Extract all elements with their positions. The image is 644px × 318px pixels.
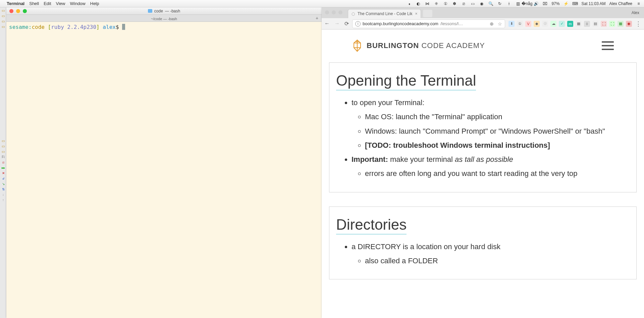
- menubar-item-view[interactable]: View: [56, 1, 65, 6]
- nav-back-icon[interactable]: ←: [324, 20, 330, 27]
- site-info-icon[interactable]: i: [355, 21, 361, 27]
- zoom-icon[interactable]: ⊕: [490, 21, 494, 27]
- folder-icon: ▭: [1, 144, 6, 148]
- airplay-icon[interactable]: ⌧: [542, 1, 548, 6]
- battery-percent[interactable]: 97%: [551, 1, 559, 6]
- notification-center-icon[interactable]: ≡: [636, 1, 641, 6]
- terminal-titlebar[interactable]: code — -bash: [6, 7, 322, 15]
- status-icon[interactable]: ⁜: [434, 1, 439, 6]
- tool-icon: ✕: [1, 171, 6, 175]
- new-tab-button[interactable]: [423, 10, 432, 17]
- terminal-cursor: [122, 24, 125, 30]
- terminal-tab[interactable]: ~/code — -bash: [6, 16, 322, 21]
- tool-icon: Fi: [1, 155, 6, 159]
- browser-tab[interactable]: ◌ The Command Line - Code Lik ×: [348, 9, 421, 18]
- terminal-title-folder: code: [154, 9, 163, 13]
- spotlight-icon[interactable]: 🔍: [488, 1, 493, 6]
- url-host: bootcamp.burlingtoncodeacademy.com: [363, 21, 438, 26]
- chrome-profile[interactable]: Alex: [632, 10, 639, 15]
- chrome-tabstrip: ◌ The Command Line - Code Lik × Alex: [322, 7, 644, 18]
- input-icon[interactable]: ⌨: [572, 1, 578, 6]
- tab-close-icon[interactable]: ×: [415, 11, 417, 16]
- extension-icon[interactable]: m: [567, 21, 573, 27]
- terminal-tabbar: ~/code — -bash +: [6, 15, 322, 22]
- macos-menubar: Terminal Shell Edit View Window Help ⬧ ◐…: [0, 0, 644, 7]
- minimize-button[interactable]: [16, 9, 20, 13]
- prompt-ruby: ruby 2.2.4p230: [51, 24, 96, 30]
- charging-icon: ⚡: [563, 1, 569, 6]
- status-icon[interactable]: ✽: [452, 1, 457, 6]
- nav-forward-icon[interactable]: →: [334, 20, 340, 27]
- prompt-bracket-close: ]: [96, 24, 100, 30]
- tool-icon: ↓: [1, 193, 6, 197]
- extension-icon[interactable]: ◊: [584, 21, 590, 27]
- volume-icon[interactable]: 🔊: [533, 1, 539, 6]
- menubar-username[interactable]: Alex Chaffee: [609, 1, 633, 6]
- extension-icon[interactable]: ◉: [626, 21, 632, 27]
- close-button[interactable]: [325, 10, 329, 14]
- battery-icon[interactable]: ▥: [515, 1, 521, 6]
- status-icon[interactable]: ◉: [479, 1, 484, 6]
- wifi-icon[interactable]: �någ: [524, 1, 530, 6]
- onepassword-icon[interactable]: ①: [443, 1, 448, 6]
- logo-icon: [352, 39, 363, 52]
- bluetooth-icon[interactable]: ᚼ: [506, 1, 512, 6]
- content-card-directories: Directories a DIRECTORY is a location on…: [329, 207, 637, 280]
- status-icon[interactable]: ▭: [470, 1, 475, 6]
- bookmark-star-icon[interactable]: ☆: [498, 21, 502, 27]
- tool-icon: ⇅: [1, 187, 6, 191]
- hamburger-menu-icon[interactable]: [602, 41, 614, 50]
- favicon-icon: ◌: [352, 11, 355, 16]
- status-icon[interactable]: ◐: [416, 1, 421, 6]
- minimize-button[interactable]: [332, 10, 336, 14]
- tool-icon: ↘: [1, 182, 6, 186]
- nav-reload-icon[interactable]: ⟳: [344, 20, 349, 27]
- zoom-button[interactable]: [338, 10, 342, 14]
- tab-title: The Command Line - Code Lik: [358, 11, 412, 16]
- timemachine-icon[interactable]: ↻: [497, 1, 502, 6]
- list-item: [TODO: troubleshoot Windows terminal ins…: [365, 139, 630, 151]
- extension-icon[interactable]: ⛶: [609, 21, 615, 27]
- page-content[interactable]: BURLINGTON CODE ACADEMY Opening the Term…: [322, 30, 644, 318]
- chrome-toolbar: ← → ⟳ i bootcamp.burlingtoncodeacademy.c…: [322, 18, 644, 30]
- address-bar[interactable]: i bootcamp.burlingtoncodeacademy.com/les…: [352, 19, 505, 28]
- list-item: Windows: launch "Command Prompt" or "Win…: [365, 125, 630, 137]
- extension-icon[interactable]: ✓: [559, 21, 565, 27]
- extension-icon[interactable]: ①: [517, 21, 523, 27]
- menubar-app-name[interactable]: Terminal: [7, 1, 24, 6]
- extension-icon[interactable]: ◆: [534, 21, 540, 27]
- folder-icon: ▭: [1, 25, 6, 29]
- extension-icon[interactable]: ▦: [618, 21, 624, 27]
- brand-light: CODE ACADEMY: [419, 41, 485, 50]
- extension-icon[interactable]: V: [525, 21, 531, 27]
- new-tab-button[interactable]: +: [314, 15, 320, 21]
- extension-icon[interactable]: ⛶: [601, 21, 607, 27]
- extension-icon[interactable]: ☁: [550, 21, 556, 27]
- dropbox-icon[interactable]: ⬧: [407, 1, 412, 6]
- menubar-clock[interactable]: Sat 11:03 AM: [581, 1, 605, 6]
- status-icon[interactable]: ⎚: [461, 1, 466, 6]
- content-card-opening-terminal: Opening the Terminal to open your Termin…: [329, 62, 637, 192]
- folder-icon: ▭: [1, 139, 6, 143]
- list-item: a DIRECTORY is a location on your hard d…: [352, 241, 630, 267]
- status-icon[interactable]: ⋈: [425, 1, 430, 6]
- site-brand[interactable]: BURLINGTON CODE ACADEMY: [352, 39, 485, 52]
- url-path: /lessons/l…: [440, 21, 463, 26]
- extension-icon[interactable]: ⬇: [508, 21, 515, 27]
- brand-bold: BURLINGTON: [367, 41, 419, 50]
- extension-icon[interactable]: ▤: [592, 21, 598, 27]
- menubar-item-shell[interactable]: Shell: [29, 1, 39, 6]
- extension-icon[interactable]: ⦾: [542, 21, 548, 27]
- menubar-item-edit[interactable]: Edit: [44, 1, 51, 6]
- extension-icons: ⬇ ① V ◆ ⦾ ☁ ✓ m ▦ ◊ ▤ ⛶ ⛶ ▦ ◉: [508, 21, 632, 27]
- menubar-item-help[interactable]: Help: [90, 1, 99, 6]
- extension-icon[interactable]: ▦: [576, 21, 582, 27]
- zoom-button[interactable]: [23, 9, 27, 13]
- close-button[interactable]: [9, 9, 13, 13]
- chrome-menu-icon[interactable]: ⋮: [635, 20, 641, 28]
- list-item: Mac OS: launch the "Terminal" applicatio…: [365, 111, 630, 123]
- menubar-item-window[interactable]: Window: [70, 1, 86, 6]
- tool-icon: ⎚: [1, 161, 6, 165]
- terminal-body[interactable]: sesame:code [ruby 2.2.4p230] alex$: [6, 22, 322, 318]
- tool-icon: ↑: [1, 198, 6, 202]
